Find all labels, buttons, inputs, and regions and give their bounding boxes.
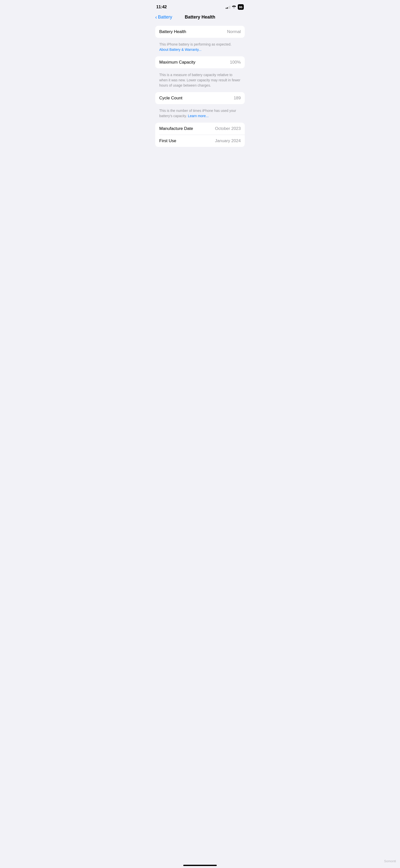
back-label: Battery [158, 14, 172, 20]
nav-bar: ‹ Battery Battery Health [151, 12, 249, 24]
manufacture-date-value: October 2023 [215, 126, 241, 131]
back-button[interactable]: ‹ Battery [155, 14, 172, 20]
learn-more-link[interactable]: Learn more... [188, 114, 208, 118]
cycle-count-label: Cycle Count [159, 96, 182, 101]
cycle-count-description: This is the number of times iPhone has u… [155, 106, 245, 123]
battery-percentage: 96 [239, 5, 242, 9]
wifi-icon [232, 5, 236, 9]
battery-health-row: Battery Health Normal [155, 26, 245, 38]
manufacture-date-row: Manufacture Date October 2023 [155, 123, 245, 135]
cycle-count-card: Cycle Count 189 [155, 92, 245, 104]
chevron-left-icon: ‹ [155, 14, 157, 20]
status-bar: 11:42 96 [151, 0, 249, 12]
first-use-row: First Use January 2024 [155, 135, 245, 147]
signal-icon [226, 5, 230, 9]
cycle-count-row: Cycle Count 189 [155, 92, 245, 104]
status-icons: 96 [226, 4, 244, 10]
first-use-value: January 2024 [215, 138, 241, 144]
maximum-capacity-row: Maximum Capacity 100% [155, 56, 245, 68]
page-title: Battery Health [185, 14, 215, 20]
battery-health-label: Battery Health [159, 29, 186, 34]
maximum-capacity-card: Maximum Capacity 100% [155, 56, 245, 68]
maximum-capacity-value: 100% [230, 60, 241, 65]
first-use-label: First Use [159, 138, 176, 144]
status-time: 11:42 [156, 4, 167, 9]
battery-health-card: Battery Health Normal [155, 26, 245, 38]
battery-health-value: Normal [227, 29, 241, 34]
maximum-capacity-label: Maximum Capacity [159, 60, 196, 65]
cycle-count-value: 189 [234, 96, 241, 101]
battery-health-description: This iPhone battery is performing as exp… [155, 40, 245, 56]
manufacture-date-label: Manufacture Date [159, 126, 193, 131]
battery-level-icon: 96 [238, 4, 244, 10]
maximum-capacity-description: This is a measure of battery capacity re… [155, 70, 245, 92]
battery-warranty-link[interactable]: About Battery & Warranty... [159, 48, 201, 52]
dates-card: Manufacture Date October 2023 First Use … [155, 123, 245, 147]
content-area: Battery Health Normal This iPhone batter… [151, 24, 249, 151]
